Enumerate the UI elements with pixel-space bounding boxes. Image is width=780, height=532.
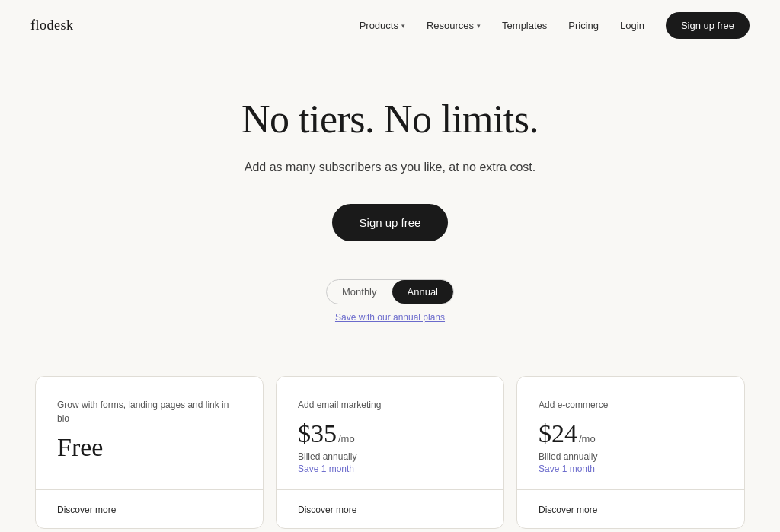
- discover-more-email[interactable]: Discover more: [298, 505, 356, 515]
- nav-signup-button[interactable]: Sign up free: [666, 12, 750, 39]
- pricing-cards: Grow with forms, landing pages and link …: [0, 376, 780, 529]
- price-amount-email: $35: [298, 419, 337, 448]
- billing-note-email: Billed annually: [298, 451, 482, 462]
- hero-section: No tiers. No limits. Add as many subscri…: [0, 51, 780, 376]
- discover-more-ecommerce[interactable]: Discover more: [539, 505, 597, 515]
- nav-pricing[interactable]: Pricing: [568, 20, 599, 31]
- nav-login[interactable]: Login: [620, 20, 644, 31]
- save-annual-link[interactable]: Save with our annual plans: [335, 312, 445, 323]
- nav-resources[interactable]: Resources ▾: [427, 20, 481, 31]
- chevron-down-icon: ▾: [401, 22, 405, 30]
- card-description-free: Grow with forms, landing pages and link …: [57, 398, 241, 425]
- billing-toggle: Monthly Annual: [326, 279, 454, 304]
- hero-title: No tiers. No limits.: [241, 97, 539, 142]
- card-plan-name-free: Free: [57, 433, 241, 462]
- card-description-email: Add email marketing: [298, 398, 482, 412]
- logo: flodesk: [30, 18, 74, 33]
- navbar: flodesk Products ▾ Resources ▾ Templates…: [0, 0, 780, 51]
- pricing-card-ecommerce: Add e-commerce $24 /mo Billed annually S…: [516, 376, 745, 529]
- price-period-email: /mo: [338, 433, 355, 444]
- save-note-ecommerce: Save 1 month: [539, 464, 723, 474]
- nav-products[interactable]: Products ▾: [360, 20, 405, 31]
- card-price-ecommerce: $24 /mo: [539, 419, 723, 448]
- card-description-ecommerce: Add e-commerce: [539, 398, 723, 412]
- card-price-email: $35 /mo: [298, 419, 482, 448]
- pricing-card-free: Grow with forms, landing pages and link …: [35, 376, 264, 529]
- price-amount-ecommerce: $24: [539, 419, 577, 448]
- hero-signup-button[interactable]: Sign up free: [332, 204, 449, 241]
- billing-note-ecommerce: Billed annually: [539, 451, 723, 462]
- annual-toggle[interactable]: Annual: [392, 280, 453, 304]
- nav-templates[interactable]: Templates: [502, 20, 547, 31]
- discover-more-free[interactable]: Discover more: [57, 505, 116, 515]
- nav-links: Products ▾ Resources ▾ Templates Pricing…: [360, 12, 750, 39]
- chevron-down-icon: ▾: [477, 22, 481, 30]
- monthly-toggle[interactable]: Monthly: [327, 280, 392, 304]
- price-period-ecommerce: /mo: [579, 433, 596, 444]
- pricing-card-email: Add email marketing $35 /mo Billed annua…: [276, 376, 504, 529]
- hero-subtitle: Add as many subscribers as you like, at …: [245, 158, 535, 177]
- save-note-email: Save 1 month: [298, 464, 482, 474]
